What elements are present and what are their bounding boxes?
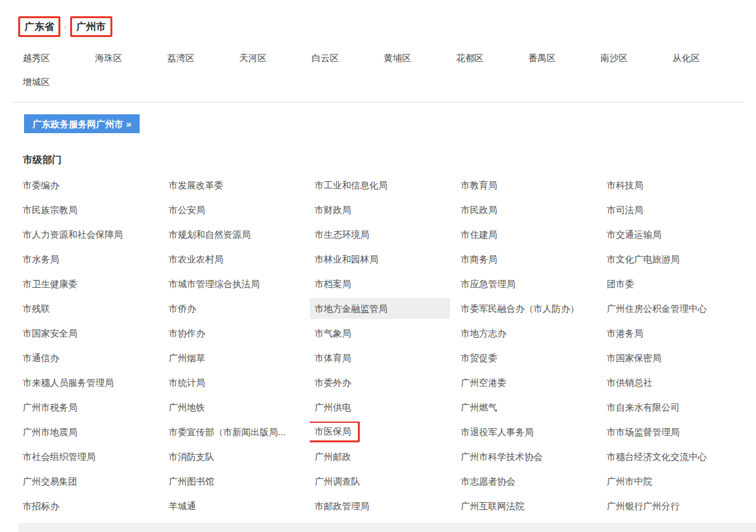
department-item[interactable]: 广州供电 [310,397,450,418]
district-item[interactable]: 番禺区 [528,51,600,64]
department-item[interactable]: 羊城通 [164,496,304,516]
department-item[interactable]: 市住建局 [455,224,596,245]
department-item[interactable]: 市志愿者协会 [455,471,596,492]
department-label: 广州空港委 [460,377,506,388]
district-item[interactable]: 越秀区 [23,51,95,64]
department-item[interactable]: 市残联 [18,298,158,319]
department-label: 广州邮政 [315,451,351,462]
department-item[interactable]: 市卫生健康委 [18,273,158,294]
department-item[interactable]: 市协作办 [164,323,304,344]
department-item[interactable]: 广州市税务局 [18,397,158,418]
department-item[interactable]: 市医保局 [310,422,450,442]
department-label: 市教育局 [460,180,497,190]
department-item[interactable]: 市供销总社 [601,372,742,393]
department-item[interactable]: 市国家保密局 [601,348,742,368]
department-item[interactable]: 市招标办 [18,496,158,516]
department-item[interactable]: 市穗台经济文化交流中心 [601,446,742,467]
department-label: 市残联 [23,303,50,314]
department-item[interactable]: 市气象局 [310,323,450,344]
department-item[interactable]: 市司法局 [601,199,742,220]
department-item[interactable]: 市退役军人事务局 [455,422,596,442]
department-item[interactable]: 广州燃气 [455,397,596,418]
breadcrumb-province-tab[interactable]: 广东省 [18,16,60,37]
department-item[interactable]: 市邮政管理局 [310,496,450,516]
department-item[interactable]: 广州地铁 [164,397,304,418]
department-item[interactable]: 市委编办 [18,175,158,196]
district-item[interactable]: 荔湾区 [167,51,239,64]
department-label: 市卫生健康委 [23,279,77,289]
department-item[interactable]: 市委宣传部（市新闻出版局... [164,422,304,442]
department-label: 市邮政管理局 [315,501,370,511]
department-item[interactable]: 市公安局 [164,199,304,220]
department-item[interactable]: 广州住房公积金管理中心 [601,298,742,319]
department-item[interactable]: 市委军民融合办（市人防办） [455,298,596,319]
department-item[interactable]: 市社会组织管理局 [18,446,158,467]
department-label: 团市委 [607,279,634,289]
department-item[interactable]: 市水务局 [18,249,158,270]
department-item[interactable]: 市应急管理局 [455,273,596,294]
department-item[interactable]: 广州交易集团 [18,471,158,492]
department-item[interactable]: 广州调查队 [310,471,450,492]
department-item[interactable]: 市城市管理综合执法局 [164,273,304,294]
department-item[interactable]: 广州空港委 [455,372,596,393]
district-item[interactable]: 南沙区 [601,51,673,64]
department-item[interactable]: 广州邮政 [310,446,450,467]
department-item[interactable]: 市贸促委 [455,348,596,368]
department-item[interactable]: 市通信办 [18,348,158,368]
department-label: 市交通运输局 [607,229,661,240]
department-label: 广州燃气 [460,402,497,412]
department-item[interactable]: 市地方志办 [455,323,596,344]
department-item[interactable]: 市民政局 [455,199,596,220]
department-item[interactable]: 市教育局 [455,175,596,196]
department-item[interactable]: 市体育局 [310,348,450,368]
department-label: 广州图书馆 [169,476,214,487]
district-item[interactable]: 花都区 [456,51,528,64]
department-item[interactable]: 市民族宗教局 [18,199,158,220]
district-item[interactable]: 黄埔区 [384,51,456,64]
department-item[interactable]: 市科技局 [601,175,742,196]
department-label: 市体育局 [315,353,351,363]
district-item[interactable]: 增城区 [23,75,95,88]
department-item[interactable]: 广州烟草 [164,348,304,368]
department-item[interactable]: 广州互联网法院 [455,496,596,516]
department-item[interactable]: 市农业农村局 [164,249,304,270]
department-item[interactable]: 市生态环境局 [310,224,450,245]
department-label: 广州市税务局 [23,402,77,412]
department-item[interactable]: 市规划和自然资源局 [164,224,304,245]
district-item[interactable]: 海珠区 [95,51,167,64]
department-item[interactable]: 市人力资源和社会保障局 [18,224,158,245]
department-item[interactable]: 市自来水有限公司 [601,397,742,418]
department-item[interactable]: 广州银行广州分行 [601,496,742,516]
department-item[interactable]: 市工业和信息化局 [310,175,450,196]
department-label: 市侨办 [169,303,196,314]
department-item[interactable]: 市文化广电旅游局 [601,249,742,270]
portal-button[interactable]: 广东政务服务网广州市» [24,114,140,133]
department-item[interactable]: 市港务局 [601,323,742,344]
department-item[interactable]: 市林业和园林局 [310,249,450,270]
district-item[interactable]: 从化区 [673,51,745,64]
department-item[interactable]: 广州图书馆 [164,471,304,492]
department-item[interactable]: 广州市中院 [601,471,742,492]
department-item[interactable]: 市委外办 [310,372,450,393]
department-label: 广州市科学技术协会 [460,451,542,462]
department-item[interactable]: 市消防支队 [164,446,304,467]
department-item[interactable]: 市侨办 [164,298,304,319]
department-item[interactable]: 市国家安全局 [18,323,158,344]
department-item[interactable]: 市市场监督管理局 [601,422,742,442]
department-item[interactable]: 市商务局 [455,249,596,270]
department-label: 市协作办 [169,328,205,338]
department-item[interactable]: 团市委 [601,273,742,294]
department-item[interactable]: 广州市地震局 [18,422,158,442]
department-item[interactable]: 市统计局 [164,372,304,393]
district-item[interactable]: 白云区 [312,51,384,64]
department-item[interactable]: 市财政局 [310,199,450,220]
breadcrumb-city-tab[interactable]: 广州市 [70,16,112,37]
department-item[interactable]: 市交通运输局 [601,224,742,245]
department-item[interactable]: 市档案局 [310,273,450,294]
department-label: 市供销总社 [607,377,652,388]
department-item[interactable]: 市发展改革委 [164,175,304,196]
district-item[interactable]: 天河区 [240,51,312,64]
department-item[interactable]: 市地方金融监管局 [310,298,450,319]
department-item[interactable]: 广州市科学技术协会 [455,446,596,467]
department-item[interactable]: 市来穗人员服务管理局 [18,372,158,393]
